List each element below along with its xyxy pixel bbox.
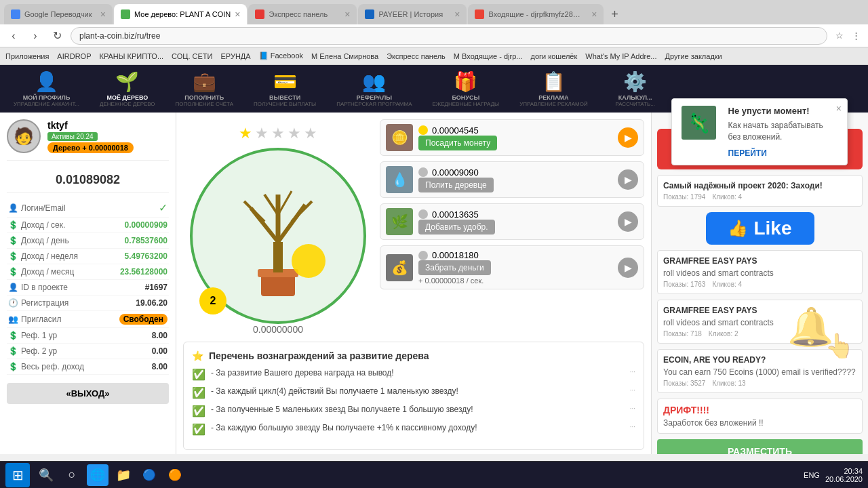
tab-close-payeer[interactable]: × <box>454 9 460 20</box>
taskbar-browser-icon[interactable]: 🌐 <box>87 464 108 486</box>
login-check-icon: ✓ <box>159 201 167 214</box>
nav-calc[interactable]: ⚙️ КАЛЬКУЛ... РАССЧИТАТЬ... <box>608 70 663 107</box>
reload-button[interactable]: ↻ <box>49 28 65 44</box>
back-button[interactable]: ‹ <box>5 28 22 44</box>
bookmark-express[interactable]: Экспресс панель <box>387 52 446 60</box>
taskbar-extra-icon[interactable]: 🟠 <box>164 464 186 486</box>
nav-referrals[interactable]: 👥 РЕФЕРАЛЫ ПАРТНЁРСКАЯ ПРОГРАММА <box>336 70 412 107</box>
coin-circle-2 <box>418 209 428 219</box>
ref2-value: 0.00 <box>152 346 167 356</box>
action-arrow-0[interactable]: ▶ <box>618 127 638 148</box>
taskbar-folder-icon[interactable]: 📁 <box>113 464 134 486</box>
bookmark-crypto[interactable]: КРАНЫ КРИПТО... <box>99 52 163 60</box>
rewards-title: ⭐ Перечень вознаграждений за развитие де… <box>192 350 635 361</box>
tab-close-express[interactable]: × <box>344 9 350 20</box>
invited-label: 👥 Пригласил <box>8 314 62 324</box>
action-arrow-2[interactable]: ▶ <box>618 211 638 232</box>
check-icon-0: ✅ <box>192 368 205 381</box>
forward-button[interactable]: › <box>27 28 43 44</box>
bookmark-wallet[interactable]: доги кошелёк <box>531 52 578 60</box>
popup-text: Как начать зарабатывать без вложений. <box>728 120 837 143</box>
taskbar-chrome-icon[interactable]: 🔵 <box>138 464 160 486</box>
taskbar-cortana-icon[interactable]: ○ <box>61 464 83 486</box>
ad-project-sub-1: roll videos and smart contracts <box>663 268 856 278</box>
star-1: ★ <box>239 125 252 142</box>
tab-close-gmail[interactable]: × <box>591 9 597 20</box>
browser-chrome: Google Переводчик × Мое дерево: PLANT A … <box>0 0 868 65</box>
tab-express[interactable]: Экспресс панель × <box>248 4 357 24</box>
url-input[interactable] <box>71 27 827 45</box>
like-button[interactable]: 👍 Like <box>706 212 814 245</box>
tab-google[interactable]: Google Переводчик × <box>4 4 113 24</box>
action-btn-1[interactable]: Полить деревце <box>418 178 494 192</box>
star-level-badge: 2 <box>199 287 226 314</box>
taskbar-lang: ENG <box>804 471 820 479</box>
tab-gmail[interactable]: Входящие - djrpfkmyfz28@gma... × <box>468 4 604 24</box>
nav-deposit[interactable]: 💼 ПОПОЛНИТЬ ПОПОЛНЕНИЕ СЧЁТА <box>176 70 233 107</box>
reward-item-0: ✅ - За развитие Вашего дерева награда на… <box>192 368 635 381</box>
income-sec-row: 💲 Доход / сек. 0.00000909 <box>7 218 169 233</box>
tab-close-plant[interactable]: × <box>235 9 240 20</box>
ad-project-title-0: Самый надёжный проект 2020: Заходи! <box>663 181 856 190</box>
action-btn-0[interactable]: Посадить монету <box>418 136 497 150</box>
tab-plant[interactable]: Мое дерево: PLANT A COIN × <box>114 4 247 24</box>
ad-project-1[interactable]: GRAMFREE EASY PAYS roll videos and smart… <box>657 250 863 294</box>
left-sidebar: 🧑 tktyf Активы 20.24 Дерево + 0.00000018… <box>0 113 176 454</box>
menu-icon[interactable]: ⋮ <box>849 29 863 43</box>
bookmark-social[interactable]: СОЦ. СЕТИ <box>172 52 212 60</box>
nav-bonuses[interactable]: 🎁 БОНУСЫ ЕЖЕДНЕВНЫЕ НАГРАДЫ <box>432 70 499 107</box>
star-5: ★ <box>304 125 317 142</box>
popup-notification: × 🦎 Не упусти момент! Как начать зарабат… <box>671 98 848 165</box>
ref1-label: 💲 Реф. 1 ур <box>8 331 57 340</box>
bookmark-icon[interactable]: ☆ <box>833 29 846 43</box>
ref2-label: 💲 Реф. 2 ур <box>8 346 57 356</box>
ad-project-0[interactable]: Самый надёжный проект 2020: Заходи! Пока… <box>657 175 863 207</box>
bookmark-apps[interactable]: Приложения <box>5 52 49 60</box>
bookmark-ip[interactable]: What's My IP Addre... <box>585 52 656 60</box>
tab-favicon-google <box>11 9 20 19</box>
action-arrow-1[interactable]: ▶ <box>618 169 638 190</box>
logout-button[interactable]: «ВЫХОД» <box>7 383 169 404</box>
income-day-label: 💲 Доход / день <box>8 236 69 245</box>
address-icons: ☆ ⋮ <box>833 29 863 43</box>
reg-value: 19.06.20 <box>136 298 167 308</box>
place-ad-button[interactable]: РАЗМЕСТИТЬ <box>657 439 863 454</box>
taskbar-search-icon[interactable]: 🔍 <box>35 464 57 486</box>
star-2: ★ <box>255 125 269 142</box>
action-arrow-3[interactable]: ▶ <box>618 258 638 278</box>
bookmark-erunda[interactable]: ЕРУНДА <box>221 52 251 60</box>
referrals-icon: 👥 <box>362 70 386 93</box>
actions-panel: 🪙 0.00004545 Посадить монету ▶ 💧 <box>380 119 644 335</box>
center-area: ★ ★ ★ ★ ★ <box>176 113 651 454</box>
nav-profile[interactable]: 👤 МОЙ ПРОФИЛЬ УПРАВЛЕНИЕ АККАУНТ... <box>14 70 79 107</box>
popup-link[interactable]: ПЕРЕЙТИ <box>728 148 767 158</box>
nav-tree[interactable]: 🌱 МОЁ ДЕРЕВО ДЕНЕЖНОЕ ДЕРЕВО <box>100 70 155 107</box>
drift-title: ДРИФТ!!!! <box>663 405 856 415</box>
action-icon-2: 🌿 <box>386 208 413 235</box>
bookmark-others[interactable]: Другие закладки <box>665 52 722 60</box>
popup-close-button[interactable]: × <box>836 103 842 114</box>
action-row-0: 🪙 0.00004545 Посадить монету ▶ <box>380 119 644 156</box>
new-tab-button[interactable]: + <box>605 5 624 24</box>
bookmark-airdrop[interactable]: AIRDROP <box>57 52 91 60</box>
tab-label-payeer: PAYEER | История <box>378 10 450 18</box>
action-btn-3[interactable]: Забрать деньги <box>418 260 491 275</box>
action-btn-2[interactable]: Добавить удобр. <box>418 220 495 235</box>
nav-withdraw[interactable]: 💳 ВЫВЕСТИ ПОЛУЧЕНИЕ ВЫПЛАТЫ <box>254 70 316 107</box>
rate-text-3: + 0.00000018 / сек. <box>418 277 612 285</box>
start-button[interactable]: ⊞ <box>5 463 30 487</box>
nav-ads[interactable]: 📋 РЕКЛАМА УПРАВЛЕНИЕ РЕКЛАМОЙ <box>519 70 587 107</box>
tab-payeer[interactable]: PAYEER | История × <box>358 4 467 24</box>
action-row-2: 🌿 0.00013635 Добавить удобр. ▶ <box>380 203 644 240</box>
bookmark-inbox[interactable]: M Входящие - djrp... <box>454 52 523 60</box>
popup-content: 🦎 Не упусти момент! Как начать зарабатыв… <box>682 106 837 158</box>
tab-close-google[interactable]: × <box>100 9 106 20</box>
reward-item-3: ✅ - За каждую большую звезду Вы получает… <box>192 423 635 436</box>
check-icon-2: ✅ <box>192 405 205 418</box>
user-info: tktyf Активы 20.24 Дерево + 0.00000018 <box>47 120 169 153</box>
bookmark-facebook[interactable]: 📘 Facebook <box>259 52 303 60</box>
tree-visual: ★ ★ ★ ★ ★ <box>183 119 373 335</box>
reward-item-1: ✅ - За каждый цикл(4) действий Вы получа… <box>192 386 635 399</box>
bookmark-elena[interactable]: M Елена Смирнова <box>311 52 378 60</box>
tab-label-plant: Мое дерево: PLANT A COIN <box>134 10 231 18</box>
